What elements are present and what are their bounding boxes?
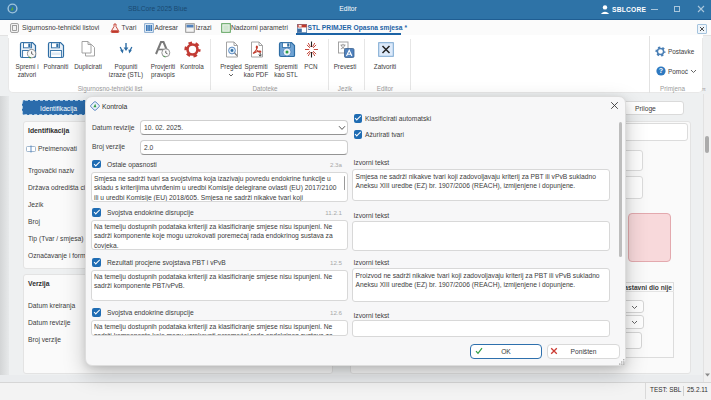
svg-text:?: ? (658, 67, 662, 74)
